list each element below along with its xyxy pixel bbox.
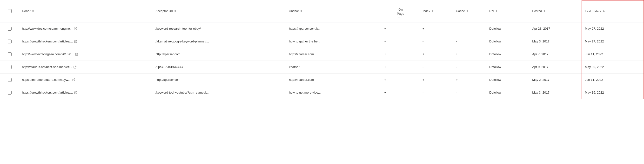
acceptor-url-value: /alternative-google-keyword-planner/... <box>156 40 216 43</box>
rel-value: Dofollow <box>489 78 501 82</box>
rel-cell: Dofollow <box>486 48 529 60</box>
acceptor-url-cell: /keyword-research-tool-for-ebay/ <box>152 22 286 35</box>
on-page-value: + <box>384 65 386 69</box>
posted-value: May 3, 2017 <box>532 91 550 94</box>
anchor-value: how to get more vide... <box>289 91 332 94</box>
on-page-cell: + <box>382 73 420 86</box>
anchor-column-header[interactable]: Anchor <box>286 0 382 22</box>
external-link-icon[interactable] <box>74 91 77 94</box>
cache-value: - <box>456 65 457 69</box>
table-row: http://www.evolvingseo.com/2013/0... htt… <box>0 48 644 60</box>
donor-header-label: Donor <box>22 9 30 13</box>
rel-value: Dofollow <box>489 40 501 43</box>
cache-cell: - <box>453 86 486 99</box>
last-update-sort-icon <box>603 10 605 12</box>
posted-value: Apr 7, 2017 <box>532 52 548 56</box>
rel-value: Dofollow <box>489 27 501 30</box>
acceptor-url-header-label: Acceptor Url <box>156 9 173 13</box>
external-link-icon[interactable] <box>74 66 76 68</box>
index-column-header[interactable]: Index <box>420 0 453 22</box>
posted-cell: Apr 9, 2017 <box>529 60 582 73</box>
posted-sort-icon <box>544 10 546 12</box>
cache-column-header[interactable]: Cache <box>453 0 486 22</box>
index-cell: - <box>420 60 453 73</box>
row-checkbox[interactable] <box>8 65 12 69</box>
donor-cell: https://growthhackers.com/articles/... <box>19 86 152 99</box>
external-link-icon[interactable] <box>74 40 77 43</box>
last-update-column-header[interactable]: Last update <box>582 0 644 22</box>
index-sort-icon <box>432 10 434 12</box>
anchor-cell: http://kparser.com <box>286 73 382 86</box>
row-checkbox-cell <box>0 22 19 35</box>
on-page-value: + <box>384 40 386 43</box>
posted-value: May 2, 2017 <box>532 78 550 82</box>
row-checkbox[interactable] <box>8 27 12 31</box>
rel-cell: Dofollow <box>486 73 529 86</box>
row-checkbox[interactable] <box>8 52 12 56</box>
acceptor-url-value: /?pa=BA10B64C3C <box>156 65 216 69</box>
index-cell: + <box>420 73 453 86</box>
cache-cell: - <box>453 35 486 48</box>
row-checkbox[interactable] <box>8 78 12 82</box>
on-page-value: + <box>384 91 386 94</box>
index-cell: + <box>420 48 453 60</box>
donor-url: https://growthhackers.com/articles/... <box>22 40 73 43</box>
posted-cell: May 3, 2017 <box>529 86 582 99</box>
rel-column-header[interactable]: Rel <box>486 0 529 22</box>
acceptor-url-column-header[interactable]: Acceptor Url <box>152 0 286 22</box>
on-page-sort-icon <box>398 16 400 18</box>
acceptor-url-cell: /?pa=BA10B64C3C <box>152 60 286 73</box>
checkbox-header <box>0 0 19 22</box>
row-checkbox[interactable] <box>8 91 12 94</box>
last-update-value: Jun 11, 2022 <box>585 52 603 56</box>
posted-value: Apr 9, 2017 <box>532 65 548 69</box>
index-cell: - <box>420 35 453 48</box>
acceptor-sort-icon <box>174 10 176 12</box>
rel-cell: Dofollow <box>486 35 529 48</box>
select-all-checkbox[interactable] <box>8 9 12 13</box>
row-checkbox-cell <box>0 73 19 86</box>
posted-column-header[interactable]: Posted <box>529 0 582 22</box>
external-link-icon[interactable] <box>75 53 78 56</box>
donor-cell: http://staurus.net/best-seo-marketi... <box>19 60 152 73</box>
external-link-icon[interactable] <box>74 27 77 30</box>
rel-cell: Dofollow <box>486 86 529 99</box>
row-checkbox-cell <box>0 86 19 99</box>
cache-value: + <box>456 78 458 82</box>
index-value: + <box>422 78 424 82</box>
anchor-header-label: Anchor <box>289 9 299 13</box>
on-page-column-header[interactable]: On Page <box>382 0 420 22</box>
last-update-value: May 30, 2022 <box>585 65 604 69</box>
donor-cell: https://growthhackers.com/articles/... <box>19 35 152 48</box>
acceptor-url-cell: http://kparser.com <box>152 48 286 60</box>
donor-column-header[interactable]: Donor <box>19 0 152 22</box>
donor-url: https://imfromthefuture.com/keyw... <box>22 78 70 82</box>
cache-cell: - <box>453 60 486 73</box>
donor-cell: http://www.evolvingseo.com/2013/0... <box>19 48 152 60</box>
cache-cell: - <box>453 22 486 35</box>
on-page-value: + <box>384 27 386 30</box>
backlinks-table-container: Donor Acceptor Url <box>0 0 644 99</box>
external-link-icon[interactable] <box>72 78 75 81</box>
donor-cell: http://www.doz.com/search-engine... <box>19 22 152 35</box>
last-update-cell: May 27, 2022 <box>582 35 644 48</box>
row-checkbox-cell <box>0 48 19 60</box>
last-update-cell: Jun 11, 2022 <box>582 48 644 60</box>
acceptor-url-value: http://kparser.com <box>156 52 216 56</box>
row-checkbox-cell <box>0 60 19 73</box>
posted-value: Apr 28, 2017 <box>532 27 550 30</box>
donor-cell: https://imfromthefuture.com/keyw... <box>19 73 152 86</box>
on-page-value: + <box>384 52 386 56</box>
index-value: + <box>422 27 424 30</box>
posted-header-label: Posted <box>532 9 542 13</box>
last-update-value: May 27, 2022 <box>585 40 604 43</box>
cache-value: + <box>456 52 458 56</box>
acceptor-url-cell: /alternative-google-keyword-planner/... <box>152 35 286 48</box>
posted-cell: May 3, 2017 <box>529 35 582 48</box>
rel-cell: Dofollow <box>486 22 529 35</box>
anchor-value: http://kparser.com <box>289 52 332 56</box>
row-checkbox[interactable] <box>8 40 12 44</box>
index-header-label: Index <box>422 9 430 13</box>
posted-cell: May 2, 2017 <box>529 73 582 86</box>
acceptor-url-cell: /keyword-tool-youtube/?utm_campai... <box>152 86 286 99</box>
